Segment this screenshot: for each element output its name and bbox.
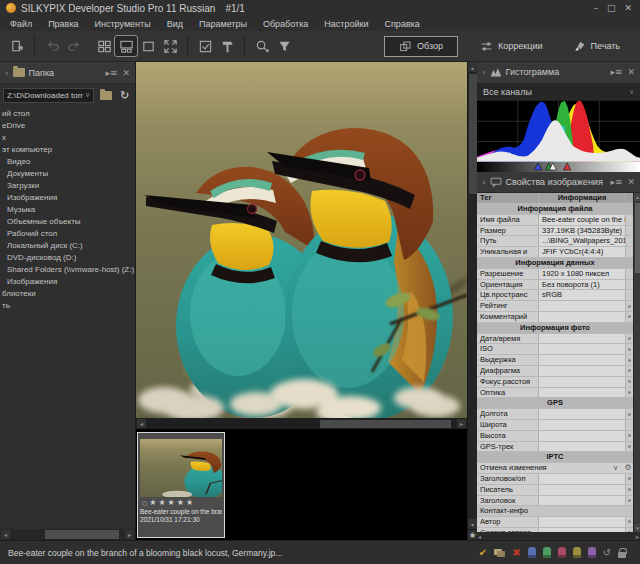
marker-yellow-icon[interactable] — [573, 547, 581, 558]
minimize-button[interactable]: – — [593, 3, 598, 13]
folder-tree-item[interactable]: eDrive — [0, 120, 135, 132]
combination-view-button[interactable] — [115, 36, 137, 56]
undo-button[interactable] — [41, 36, 63, 56]
folder-tree-item[interactable]: ий стол — [0, 108, 135, 120]
edit-value-button[interactable] — [625, 485, 633, 495]
rating-zero-icon[interactable]: ○ — [142, 499, 147, 506]
menu-item[interactable]: Настройки — [324, 19, 368, 29]
filter-button[interactable] — [273, 36, 295, 56]
folder-tree-item[interactable]: блиотеки — [0, 288, 135, 300]
marker-purple-icon[interactable] — [588, 547, 596, 558]
edit-value-button[interactable] — [625, 474, 633, 484]
expand-icon[interactable]: › — [482, 67, 486, 77]
panel-menu-icon[interactable]: ▸≡ — [105, 68, 117, 78]
iptc-undo-combo[interactable]: Отмена изменения∨⚙ — [477, 463, 633, 474]
panel-menu-icon[interactable]: ▸≡ — [610, 177, 622, 187]
panel-close-icon[interactable]: ✕ — [627, 177, 635, 187]
edit-value-button[interactable] — [625, 442, 633, 452]
check-icon[interactable]: ✔ — [479, 547, 487, 559]
expand-icon[interactable]: › — [482, 177, 486, 187]
close-button[interactable]: ✕ — [624, 3, 632, 13]
rating-star-icon[interactable]: ★ — [177, 498, 184, 507]
photo-preview[interactable] — [136, 62, 467, 418]
loupe-button[interactable] — [251, 36, 273, 56]
folder-tree-item[interactable]: эт компьютер — [0, 144, 135, 156]
mode-corrections-button[interactable]: Коррекции — [472, 37, 550, 56]
edit-value-button[interactable] — [625, 517, 633, 527]
folder-tree-item[interactable]: Изображения — [0, 276, 135, 288]
edit-value-button[interactable] — [625, 366, 633, 376]
lock-icon[interactable] — [618, 552, 626, 558]
navigator-button[interactable]: ◉ — [468, 529, 477, 540]
preview-area: ◂ ▸ — [136, 62, 467, 540]
panel-close-icon[interactable]: ✕ — [122, 68, 130, 78]
panel-close-icon[interactable]: ✕ — [627, 67, 635, 77]
rating-star-icon[interactable]: ★ — [158, 498, 165, 507]
marker-red-icon[interactable] — [558, 547, 566, 558]
maximize-button[interactable]: □ — [607, 3, 616, 13]
panel-menu-icon[interactable]: ▸≡ — [610, 67, 622, 77]
copy-icon[interactable] — [494, 549, 505, 557]
channel-selector[interactable]: Все каналы ∨ — [477, 84, 640, 101]
folder-tree-item[interactable]: Изображения — [0, 192, 135, 204]
menu-item[interactable]: Справка — [385, 19, 420, 29]
preview-hscrollbar[interactable]: ◂ ▸ — [136, 418, 467, 429]
folder-path-row: Z:\D\Downloaded torr ∨ ↻ — [0, 84, 135, 106]
folder-tree-item[interactable]: ть — [0, 300, 135, 312]
folder-tree-item[interactable]: Музыка — [0, 204, 135, 216]
single-view-button[interactable] — [137, 36, 159, 56]
edit-value-button[interactable] — [625, 496, 633, 506]
folder-hscrollbar[interactable]: ◂ ▸ — [0, 529, 135, 540]
chevron-down-icon: ∨ — [613, 463, 620, 473]
rating-star-icon[interactable]: ★ — [149, 498, 156, 507]
back-icon[interactable]: ‹ — [5, 68, 9, 78]
folder-tree-item[interactable]: x — [0, 132, 135, 144]
edit-value-button[interactable] — [625, 377, 633, 387]
edit-value-button[interactable] — [625, 312, 633, 322]
menu-item[interactable]: Файл — [10, 19, 32, 29]
folder-tree-item[interactable]: Рабочий стол — [0, 228, 135, 240]
undo-icon[interactable]: ↺ — [603, 547, 611, 559]
rating-star-icon[interactable]: ★ — [168, 498, 175, 507]
menu-item[interactable]: Правка — [48, 19, 78, 29]
tool-hammer-button[interactable] — [216, 36, 238, 56]
new-folder-button[interactable] — [98, 88, 113, 102]
mode-browse-button[interactable]: Обзор — [384, 36, 458, 57]
folder-tree-item[interactable]: Shared Folders (\\vmware-host) (Z:) — [0, 264, 135, 276]
menu-item[interactable]: Инструменты — [95, 19, 151, 29]
folder-tree-item[interactable]: Документы — [0, 168, 135, 180]
properties-hscrollbar[interactable]: ◂ ▸ — [477, 532, 640, 540]
redo-button[interactable] — [63, 36, 85, 56]
grid-view-button[interactable] — [93, 36, 115, 56]
edit-value-button[interactable] — [625, 355, 633, 365]
edit-value-button[interactable] — [625, 388, 633, 398]
folder-tree-item[interactable]: Объемные объекты — [0, 216, 135, 228]
marker-blue-icon[interactable] — [528, 547, 536, 558]
menu-item[interactable]: Обработка — [263, 19, 308, 29]
edit-value-button[interactable] — [625, 431, 633, 441]
folder-path-select[interactable]: Z:\D\Downloaded torr ∨ — [3, 88, 94, 103]
mode-print-button[interactable]: Печать — [565, 37, 628, 56]
menu-item[interactable]: Параметры — [199, 19, 247, 29]
thumbnail-selected[interactable]: ○★★★★★ Bee-eater couple on the branc 202… — [137, 432, 225, 538]
edit-value-button[interactable] — [625, 301, 633, 311]
export-button[interactable] — [6, 36, 28, 56]
edit-value-button[interactable] — [625, 344, 633, 354]
folder-tree-item[interactable]: DVD-дисковод (D:) — [0, 252, 135, 264]
display-settings-button[interactable] — [194, 36, 216, 56]
marker-green-icon[interactable] — [543, 547, 551, 558]
rating-star-icon[interactable]: ★ — [186, 498, 193, 507]
menu-item[interactable]: Вид — [167, 19, 183, 29]
edit-value-button[interactable] — [625, 409, 633, 419]
edit-value-button[interactable] — [625, 334, 633, 344]
folder-tree-item[interactable]: Видео — [0, 156, 135, 168]
reject-icon[interactable]: ✖ — [512, 547, 520, 559]
folder-tree-item[interactable]: Загрузки — [0, 180, 135, 192]
fullscreen-view-button[interactable] — [159, 36, 181, 56]
properties-vscrollbar[interactable]: ▴ ▾ — [633, 193, 640, 532]
thumbnail-rating[interactable]: ○★★★★★ — [140, 497, 222, 508]
preview-vscrollbar[interactable]: ▴ ▾ ◉ — [467, 62, 477, 540]
refresh-button[interactable]: ↻ — [117, 88, 132, 102]
folder-tree-item[interactable]: Локальный диск (C:) — [0, 240, 135, 252]
gear-icon[interactable]: ⚙ — [623, 463, 633, 473]
